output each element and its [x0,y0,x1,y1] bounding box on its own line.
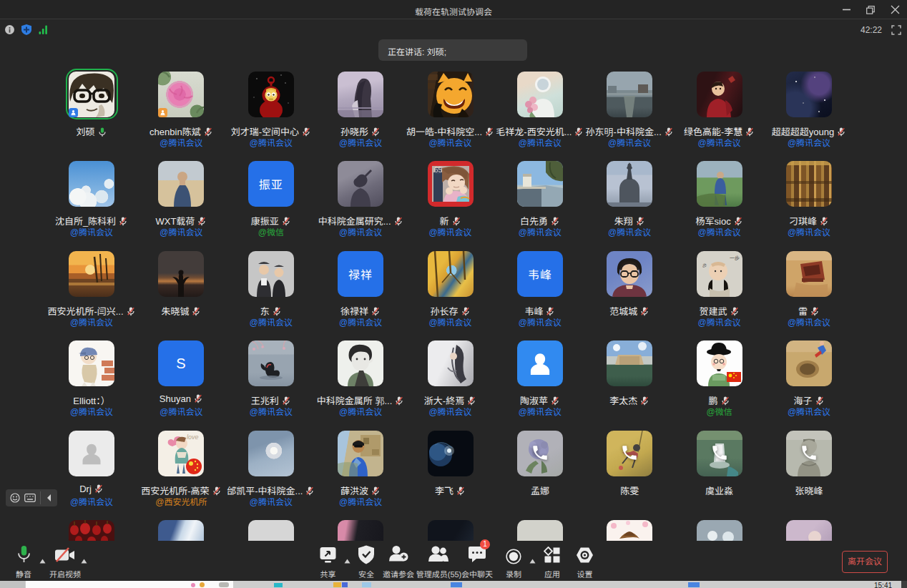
svg-text:步: 步 [702,263,707,268]
svg-text:65: 65 [434,166,443,174]
svg-text:love: love [187,433,199,441]
svg-text:一步: 一步 [730,255,740,261]
